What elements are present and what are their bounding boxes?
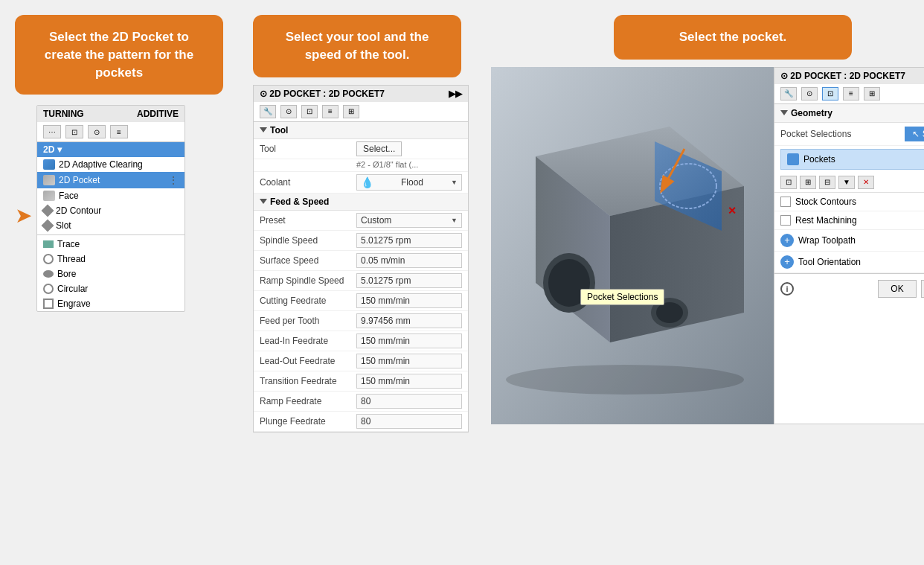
- 2d-dropdown[interactable]: 2D ▾: [37, 142, 185, 157]
- left-callout-text: Select the 2D Pocket to create the patte…: [45, 30, 193, 80]
- face-icon: [43, 191, 55, 201]
- middle-callout: Select your tool and the speed of the to…: [253, 15, 461, 77]
- rp-bottom-bar: i OK Cancel: [774, 273, 924, 304]
- additive-label: ADDITIVE: [137, 109, 179, 119]
- spindle-speed-row: Spindle Speed 5.01275 rpm: [254, 231, 468, 251]
- kebab-menu[interactable]: ⋮: [168, 174, 179, 186]
- pockets-item[interactable]: Pockets: [780, 149, 924, 170]
- 3d-viewport: ✕ Pocket Selections: [491, 67, 774, 424]
- form-icon-geo[interactable]: ⊡: [301, 105, 318, 118]
- menu-item-slot[interactable]: Slot: [37, 218, 185, 233]
- transition-value[interactable]: 150 mm/min: [356, 374, 462, 389]
- feed-speed-text: Feed & Speed: [270, 197, 329, 207]
- tab-btn-4[interactable]: ≡: [110, 125, 128, 138]
- rp-icon-op[interactable]: ⊙: [801, 87, 818, 100]
- menu-item-trace[interactable]: Trace: [37, 237, 185, 252]
- menu-separator: [37, 234, 185, 235]
- feed-per-tooth-value[interactable]: 9.97456 mm: [356, 313, 462, 328]
- lead-out-value[interactable]: 150 mm/min: [356, 354, 462, 368]
- dropdown-pocket-btn[interactable]: ▼: [838, 176, 855, 189]
- rp-icon-heights[interactable]: ≡: [843, 87, 859, 100]
- geometry-label: Geometry: [791, 108, 832, 118]
- tooltip-text: Pocket Selections: [587, 292, 658, 302]
- menu-item-engrave[interactable]: Engrave: [37, 296, 185, 311]
- pockets-item-label: Pockets: [803, 154, 835, 165]
- engrave-label: Engrave: [57, 299, 91, 309]
- pocket-selections-label: Pocket Selections: [780, 129, 900, 139]
- rp-title: ⊙ 2D POCKET : 2D POCKET7: [780, 71, 905, 81]
- svg-point-10: [656, 302, 683, 323]
- preset-select[interactable]: Custom ▼: [356, 213, 462, 228]
- lead-in-value[interactable]: 150 mm/min: [356, 333, 462, 348]
- form-icon-op[interactable]: ⊙: [280, 105, 297, 118]
- preset-value: Custom: [361, 215, 391, 226]
- right-callout-text: Select the pocket.: [679, 30, 787, 44]
- form-panel-expand[interactable]: ▶▶: [449, 89, 462, 99]
- ok-button[interactable]: OK: [878, 280, 916, 298]
- tab-btn-3[interactable]: ⊙: [88, 125, 106, 138]
- spindle-speed-label: Spindle Speed: [260, 235, 356, 246]
- contour-label: 2D Contour: [56, 205, 101, 216]
- cancel-button[interactable]: Cancel: [921, 280, 924, 298]
- tool-orientation-row: + Tool Orientation: [774, 252, 924, 273]
- delete-pocket-btn[interactable]: ✕: [858, 176, 874, 189]
- surface-speed-label: Surface Speed: [260, 255, 356, 266]
- feed-speed-triangle: [260, 199, 267, 204]
- form-icon-tool[interactable]: 🔧: [260, 105, 276, 118]
- rest-machining-row: Rest Machining: [774, 211, 924, 230]
- coolant-row: Coolant 💧 Flood ▼: [254, 172, 468, 194]
- ramp-spindle-value[interactable]: 5.01275 rpm: [356, 273, 462, 288]
- menu-item-face[interactable]: Face: [37, 188, 185, 203]
- rp-icon-passes[interactable]: ⊞: [864, 87, 880, 100]
- menu-item-circular[interactable]: Circular: [37, 281, 185, 296]
- form-icon-heights[interactable]: ≡: [322, 105, 339, 118]
- middle-callout-text: Select your tool and the speed of the to…: [286, 30, 429, 62]
- menu-item-bore[interactable]: Bore: [37, 266, 185, 281]
- ramp-feedrate-value[interactable]: 80: [356, 394, 462, 409]
- coolant-select[interactable]: 💧 Flood ▼: [356, 174, 462, 191]
- wrap-toolpath-plus[interactable]: +: [780, 234, 794, 247]
- left-section: Select the 2D Pocket to create the patte…: [15, 15, 238, 312]
- menu-item-pocket[interactable]: 2D Pocket ⋮: [37, 172, 185, 188]
- pocket-selections-tooltip: Pocket Selections: [580, 289, 664, 305]
- spindle-speed-value[interactable]: 5.01275 rpm: [356, 233, 462, 248]
- tool-select-button[interactable]: Select...: [356, 141, 402, 156]
- pocket-select-button[interactable]: ↖ Select: [905, 127, 924, 141]
- rp-icon-tool[interactable]: 🔧: [780, 87, 797, 100]
- rp-header: ⊙ 2D POCKET : 2D POCKET7 ▶▶: [774, 68, 924, 84]
- tool-orientation-plus[interactable]: +: [780, 255, 794, 269]
- copy-pocket-btn[interactable]: ⊞: [800, 176, 816, 189]
- bore-icon: [43, 270, 54, 278]
- form-icon-passes[interactable]: ⊞: [343, 105, 359, 118]
- info-button[interactable]: i: [780, 282, 794, 296]
- plunge-feedrate-value[interactable]: 80: [356, 414, 462, 429]
- add-pocket-btn[interactable]: ⊡: [780, 176, 797, 189]
- plunge-feedrate-label: Plunge Feedrate: [260, 416, 356, 427]
- preset-label: Preset: [260, 215, 356, 226]
- form-panel-icons: 🔧 ⊙ ⊡ ≡ ⊞: [254, 102, 468, 122]
- tool-section-label: Tool: [254, 122, 468, 139]
- tool-label: Tool: [260, 144, 356, 154]
- stock-contours-checkbox[interactable]: [780, 197, 791, 207]
- surface-speed-value[interactable]: 0.05 m/min: [356, 253, 462, 268]
- lead-in-row: Lead-In Feedrate 150 mm/min: [254, 331, 468, 351]
- left-callout: Select the 2D Pocket to create the patte…: [15, 15, 223, 95]
- rest-machining-checkbox[interactable]: [780, 215, 791, 226]
- menu-item-adaptive[interactable]: 2D Adaptive Clearing: [37, 157, 185, 172]
- paste-pocket-btn[interactable]: ⊟: [819, 176, 835, 189]
- tab-btn-1[interactable]: ⋯: [43, 125, 61, 138]
- rp-icon-geo[interactable]: ⊡: [822, 87, 838, 100]
- tab-btn-2[interactable]: ⊡: [65, 125, 83, 138]
- transition-label: Transition Feedrate: [260, 376, 356, 386]
- 2d-dropdown-label: 2D ▾: [43, 144, 62, 155]
- coolant-value: Flood: [401, 177, 423, 188]
- trace-icon: [43, 240, 54, 248]
- cutting-feedrate-value[interactable]: 150 mm/min: [356, 293, 462, 308]
- coolant-label: Coolant: [260, 177, 356, 188]
- form-panel-title: ⊙ 2D POCKET : 2D POCKET7: [260, 89, 385, 99]
- ramp-spindle-label: Ramp Spindle Speed: [260, 275, 356, 286]
- menu-item-thread[interactable]: Thread: [37, 252, 185, 266]
- face-label: Face: [59, 191, 79, 201]
- right-section: Select the pocket.: [491, 15, 924, 424]
- menu-item-contour[interactable]: 2D Contour: [37, 203, 185, 218]
